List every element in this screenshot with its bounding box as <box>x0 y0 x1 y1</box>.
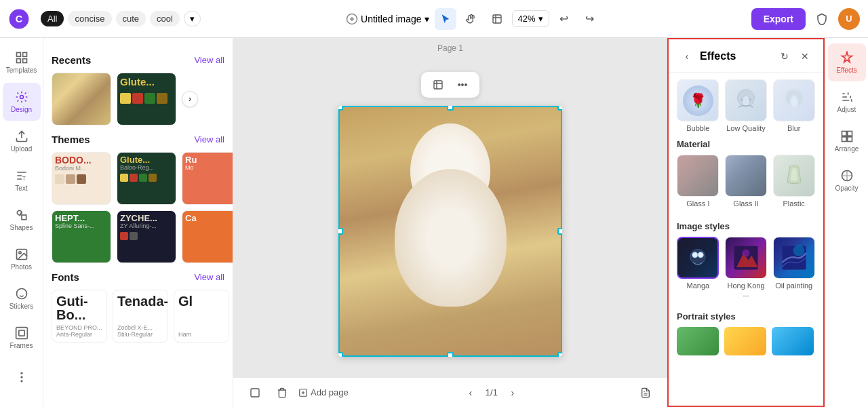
effect-glass1[interactable]: Glass I <box>677 155 719 208</box>
effect-blur[interactable]: Blur <box>772 79 815 132</box>
tag-cute[interactable]: cute <box>116 11 146 26</box>
sidebar-item-templates[interactable]: Templates <box>3 43 41 81</box>
theme-card-hept[interactable]: HEPT... Spline Sans-... <box>52 210 111 263</box>
doc-name-label: Untitled image <box>361 14 422 24</box>
sidebar-item-design[interactable]: Design <box>3 83 41 121</box>
themes-grid-2: HEPT... Spline Sans-... ZYCHE... ZY Allu… <box>52 210 224 263</box>
right-sidebar-arrange[interactable]: Arrange <box>828 122 866 160</box>
svg-point-14 <box>16 289 26 299</box>
right-sidebar-opacity-label: Opacity <box>835 185 859 192</box>
lq-label: Low Quality <box>726 124 765 132</box>
effects-refresh-button[interactable]: ↻ <box>776 47 793 65</box>
tag-concise[interactable]: concise <box>68 11 111 26</box>
canvas-wrapper[interactable]: ••• <box>233 58 667 377</box>
canvas-position-button[interactable] <box>429 76 447 94</box>
effects-header-icons: ↻ ✕ <box>776 47 814 65</box>
theme-card-glute2[interactable]: Glute... Baloo-Reg... <box>117 152 176 205</box>
hand-tool-button[interactable] <box>460 8 482 30</box>
recents-grid: Glute... › <box>52 73 224 125</box>
delete-button[interactable] <box>271 382 293 404</box>
font-card-1[interactable]: Guti-Bo... BEYOND PRO... Anta-Regular <box>52 290 107 343</box>
sidebar-item-photos[interactable]: Photos <box>3 240 41 278</box>
frame-tool-button[interactable] <box>486 8 508 30</box>
canvas-page[interactable]: ↻ <box>338 106 562 357</box>
themes-view-all[interactable]: View all <box>194 134 224 144</box>
effect-manga[interactable]: Manga <box>677 237 719 298</box>
undo-button[interactable]: ↩ <box>553 8 575 30</box>
font-sub-2a: Zocbel X-E... <box>117 324 163 331</box>
page-icon-button[interactable] <box>244 382 266 404</box>
doc-name[interactable]: Untitled image ▾ <box>346 13 429 25</box>
page-next-button[interactable]: › <box>503 383 522 402</box>
sidebar-item-more[interactable] <box>3 358 41 396</box>
theme-card-zyche[interactable]: ZYCHE... ZY Alluring-... <box>117 210 176 263</box>
icon-sidebar: Templates Design Upload T Text Shapes Ph… <box>0 38 43 407</box>
recents-next-button[interactable]: › <box>182 91 198 107</box>
recents-view-all[interactable]: View all <box>194 55 224 65</box>
zoom-display[interactable]: 42% ▾ <box>512 10 549 27</box>
canvas-image: ↻ <box>338 106 562 357</box>
toolbar-center: Untitled image ▾ 42% ▾ ↩ ↪ <box>206 8 741 30</box>
svg-point-26 <box>790 96 797 107</box>
effect-low-quality[interactable]: Low Quality <box>725 79 768 132</box>
font-sub-1a: BEYOND PRO... <box>56 324 102 331</box>
right-sidebar-effects[interactable]: Effects <box>828 43 866 81</box>
add-page-button[interactable]: Add page <box>298 387 349 398</box>
effect-portrait-1[interactable] <box>677 327 719 355</box>
bottom-bar: Add page ‹ 1/1 › <box>233 377 667 407</box>
recent-card-dog[interactable] <box>52 73 111 125</box>
effect-oil[interactable]: Oil painting <box>772 237 815 298</box>
imagestyles-grid: Manga Hong Kong ... <box>677 237 815 298</box>
effects-back-button[interactable]: ‹ <box>678 47 696 65</box>
shield-icon[interactable] <box>811 8 833 30</box>
manga-thumb <box>677 237 719 279</box>
effect-glass2[interactable]: Glass II <box>725 155 768 208</box>
sidebar-item-shapes[interactable]: Shapes <box>3 201 41 239</box>
effects-close-button[interactable]: ✕ <box>796 47 814 65</box>
toolbar-right: Export U <box>746 8 860 30</box>
tag-cool[interactable]: cool <box>150 11 180 26</box>
export-button[interactable]: Export <box>751 8 806 30</box>
effect-portrait-3[interactable] <box>772 327 814 355</box>
recents-header: Recents View all <box>52 54 224 66</box>
theme-card-bodo[interactable]: BODO... Bodoni M... <box>52 152 111 205</box>
logo[interactable]: C <box>8 8 30 30</box>
right-sidebar-adjust[interactable]: Adjust <box>828 83 866 121</box>
font-card-3[interactable]: Gl Ham <box>174 290 229 343</box>
right-sidebar-opacity[interactable]: Opacity <box>828 161 866 199</box>
svg-text:T: T <box>22 175 25 182</box>
effect-hongkong[interactable]: Hong Kong ... <box>725 237 768 298</box>
theme-card-ca[interactable]: Ca <box>182 210 233 263</box>
svg-rect-5 <box>22 53 26 57</box>
font-card-2[interactable]: Tenada-... Zocbel X-E... Stilu-Regular <box>113 290 168 343</box>
redo-button[interactable]: ↪ <box>579 8 601 30</box>
effect-bubble[interactable]: 🌹 Bubble <box>677 79 719 132</box>
glass1-label: Glass I <box>686 199 709 208</box>
fonts-view-all[interactable]: View all <box>194 272 224 282</box>
bubble-thumb: 🌹 <box>677 79 719 121</box>
themes-header: Themes View all <box>52 134 224 145</box>
sidebar-item-upload[interactable]: Upload <box>3 122 41 160</box>
effect-portrait-2[interactable] <box>724 327 766 355</box>
canvas-more-button[interactable]: ••• <box>454 76 471 94</box>
avatar[interactable]: U <box>838 8 860 30</box>
effect-plastic[interactable]: Plastic <box>772 155 815 208</box>
fonts-grid: Guti-Bo... BEYOND PRO... Anta-Regular Te… <box>52 290 224 343</box>
main-content: Templates Design Upload T Text Shapes Ph… <box>0 38 868 407</box>
recent-card-glute[interactable]: Glute... <box>117 73 176 125</box>
sidebar-item-stickers[interactable]: Stickers <box>3 279 41 317</box>
page-prev-button[interactable]: ‹ <box>461 383 480 402</box>
canvas-tools-bar: ••• <box>421 72 479 98</box>
effects-top-grid: 🌹 Bubble Low Quality <box>677 79 815 132</box>
sidebar-item-frames[interactable]: Frames <box>3 319 41 357</box>
sidebar-label-frames: Frames <box>10 342 33 349</box>
select-tool-button[interactable] <box>435 8 456 30</box>
tag-more-button[interactable]: ▾ <box>184 11 201 26</box>
svg-point-8 <box>20 96 23 99</box>
theme-card-ru[interactable]: Ru Mo <box>182 152 233 205</box>
sidebar-item-text[interactable]: T Text <box>3 161 41 199</box>
notes-button[interactable] <box>635 382 656 404</box>
tag-all[interactable]: All <box>41 11 64 26</box>
glass2-label: Glass II <box>733 199 758 208</box>
left-panel: Recents View all Glute... › Themes View … <box>43 38 233 407</box>
